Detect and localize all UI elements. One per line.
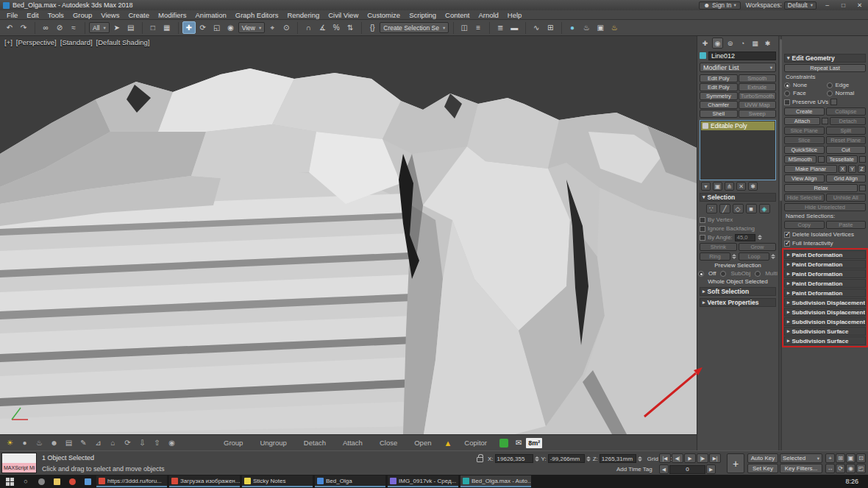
search-icon[interactable]: ○ — [19, 475, 32, 487]
msmooth-settings-button[interactable] — [818, 156, 825, 163]
rollout-subdivision-surface[interactable]: ▸Subdivision Surface — [784, 327, 866, 336]
rollout-subdivision-displacement[interactable]: ▸Subdivision Displacement — [784, 298, 866, 307]
repeat-last-button[interactable]: Repeat Last — [784, 64, 866, 72]
rollout-paint-deformation[interactable]: ▸Paint Deformation — [784, 269, 866, 278]
percent-snap-icon[interactable]: % — [330, 21, 343, 34]
pinned-app-icon[interactable] — [35, 475, 48, 487]
attach-button[interactable]: Attach — [335, 439, 370, 447]
relax-settings-button[interactable] — [859, 185, 866, 191]
preserve-uvs-settings-button[interactable] — [830, 99, 837, 105]
constraint-edge-radio[interactable] — [827, 82, 833, 88]
orbit-icon[interactable]: ⟳ — [836, 464, 845, 473]
selection-filter-dropdown[interactable]: All ▾ — [89, 22, 110, 33]
field-of-view-icon[interactable]: ◉ — [846, 464, 855, 473]
spinner-snap-icon[interactable]: ⇅ — [344, 21, 357, 34]
render-production-icon[interactable]: ♨ — [608, 21, 621, 34]
select-link-icon[interactable]: ∞ — [39, 21, 52, 34]
bind-spacewarp-icon[interactable]: ≈ — [67, 21, 80, 34]
tessellate-settings-button[interactable] — [859, 156, 866, 163]
menu-arnold[interactable]: Arnold — [474, 11, 502, 19]
tab-motion-icon[interactable]: ◔ — [737, 38, 748, 49]
modifier-button[interactable]: Edit Poly — [700, 83, 738, 91]
undo-icon[interactable]: ↶ — [3, 21, 16, 34]
hide-selected-button[interactable]: Hide Selected — [784, 194, 825, 202]
use-pivot-center-icon[interactable]: ⌖ — [266, 21, 279, 34]
rectangular-region-icon[interactable]: □ — [146, 21, 160, 34]
sphere-icon[interactable]: ● — [18, 436, 31, 449]
loop-spinner[interactable] — [771, 252, 776, 261]
select-and-rotate-icon[interactable]: ⟳ — [196, 21, 210, 34]
modifier-button[interactable]: Extrude — [739, 83, 777, 91]
constraint-normal-radio[interactable] — [827, 91, 833, 96]
notes-icon[interactable]: ▤ — [63, 436, 75, 449]
x-spinner[interactable] — [535, 455, 540, 463]
taskbar-clock[interactable]: 8:26 — [845, 478, 866, 485]
rollout-selection[interactable]: ▾ Selection — [700, 193, 776, 202]
next-key-button[interactable]: ▶ — [706, 464, 716, 474]
close-group-button[interactable]: Close — [372, 439, 405, 447]
previous-frame-button[interactable]: ◀| — [672, 453, 683, 463]
detach-button[interactable]: Detach — [830, 117, 866, 125]
preview-multi-radio[interactable] — [755, 271, 761, 277]
pencil-icon[interactable]: ✎ — [77, 436, 90, 449]
refresh-icon[interactable]: ⟳ — [121, 436, 134, 449]
menu-content[interactable]: Content — [441, 11, 474, 19]
viewport-canvas[interactable] — [0, 36, 697, 434]
viewport-general-menu[interactable]: [+] — [4, 38, 13, 46]
menu-rendering[interactable]: Rendering — [282, 11, 324, 19]
taskbar-window-upload[interactable]: Загрузка изображен... — [169, 475, 240, 487]
object-name-field[interactable]: Line012 — [708, 52, 776, 60]
constraint-none-radio[interactable] — [784, 82, 790, 88]
remove-modifier-icon[interactable]: ✕ — [736, 182, 746, 191]
group-button[interactable]: Group — [216, 439, 250, 447]
angle-snap-icon[interactable]: ∡ — [316, 21, 329, 34]
zoom-region-icon[interactable]: ⊡ — [856, 453, 866, 463]
unhide-all-button[interactable]: Unhide All — [826, 194, 867, 202]
menu-group[interactable]: Group — [68, 11, 96, 19]
edge-mode-icon[interactable]: ╱ — [719, 204, 730, 213]
menu-modifiers[interactable]: Modifiers — [154, 11, 191, 19]
z-spinner[interactable] — [638, 455, 643, 463]
split-button[interactable]: Split — [826, 127, 867, 135]
rollout-soft-selection[interactable]: ▸ Soft Selection — [700, 287, 776, 296]
grow-button[interactable]: Grow — [739, 243, 776, 251]
preserve-uvs-checkbox[interactable] — [784, 99, 790, 105]
render-setup-icon[interactable]: ♨ — [580, 21, 593, 34]
character-icon[interactable]: ☻ — [48, 436, 60, 449]
modifier-button[interactable]: Sweep — [739, 110, 777, 118]
auto-key-button[interactable]: Auto Key — [747, 453, 778, 463]
vertex-mode-icon[interactable]: ∵ — [706, 204, 717, 213]
y-coordinate-field[interactable]: -99,266mm — [548, 454, 585, 463]
rollout-subdivision-displacement[interactable]: ▸Subdivision Displacement — [784, 308, 866, 317]
view-align-button[interactable]: View Align — [784, 174, 825, 183]
angle-spinner[interactable] — [758, 233, 763, 241]
modifier-button[interactable]: Chamfer — [700, 101, 738, 109]
tab-create-icon[interactable]: ✚ — [700, 38, 711, 49]
polygon-mode-icon[interactable]: ■ — [746, 204, 757, 213]
maxscript-input[interactable]: MAXScript Mi — [2, 463, 36, 473]
select-by-name-icon[interactable]: ▤ — [124, 21, 138, 34]
zoom-extents-icon[interactable]: ▣ — [846, 453, 855, 463]
maxscript-mini-listener[interactable]: MAXScript Mi — [1, 453, 37, 473]
tab-hierarchy-icon[interactable]: ⊚ — [725, 38, 736, 49]
select-and-scale-icon[interactable]: ◱ — [210, 21, 224, 34]
area-badge[interactable]: 8m² — [526, 438, 542, 448]
preview-subobj-radio[interactable] — [720, 271, 726, 277]
menu-edit[interactable]: Edit — [22, 11, 43, 19]
loop-button[interactable]: Loop — [739, 252, 769, 261]
slice-plane-button[interactable]: Slice Plane — [784, 127, 825, 135]
copy-button[interactable]: Copy — [784, 221, 825, 229]
cut-button[interactable]: Cut — [826, 146, 867, 154]
modifier-button[interactable]: Smooth — [739, 74, 777, 82]
element-mode-icon[interactable]: ◈ — [759, 204, 770, 213]
maxscript-output[interactable] — [2, 453, 36, 463]
current-frame-field[interactable]: 0 — [669, 465, 705, 474]
ring-button[interactable]: Ring — [700, 252, 730, 261]
viewport-shading-menu[interactable]: [Default Shading] — [96, 38, 150, 46]
pan-icon[interactable]: ↔ — [825, 464, 835, 473]
border-mode-icon[interactable]: ◇ — [733, 204, 744, 213]
minimize-button[interactable]: – — [822, 1, 833, 9]
zoom-all-icon[interactable]: ⊞ — [836, 453, 845, 463]
light-icon[interactable]: ☀ — [4, 436, 16, 449]
collapse-button[interactable]: Collapse — [826, 107, 867, 116]
